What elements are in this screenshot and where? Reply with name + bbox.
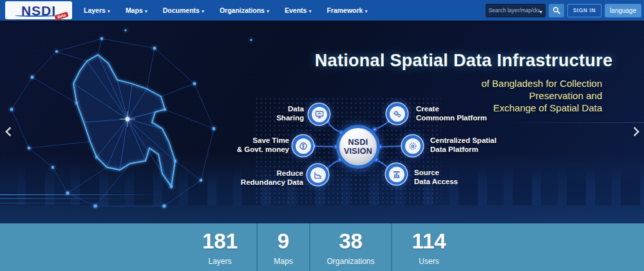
sign-in-button[interactable]: SIGN IN	[567, 4, 601, 17]
menu-label: Organizations	[220, 6, 265, 14]
vision-label-data-sharing: Data Sharing	[227, 105, 304, 122]
chevron-down-icon	[308, 6, 311, 14]
carousel-prev-button[interactable]	[1, 118, 18, 144]
database-building-icon	[392, 170, 401, 179]
chevron-down-icon	[108, 6, 110, 14]
search-input[interactable]	[489, 7, 540, 14]
hero-banner: National Spatial Data Infrastructure of …	[0, 21, 644, 223]
search-button[interactable]	[549, 4, 564, 17]
stat-value: 181	[202, 230, 238, 252]
menu-item-layers[interactable]: Layers	[84, 6, 110, 14]
gears-icon	[393, 109, 402, 118]
menu-item-documents[interactable]: Documents	[163, 6, 204, 14]
vision-center-line1: NSDI	[348, 138, 368, 147]
vision-label-reduce-redundancy: Reduce Redundancy Data	[220, 169, 303, 187]
monitor-share-icon	[315, 110, 324, 119]
carousel-next-button[interactable]	[626, 118, 643, 144]
stat-maps: 9 Maps	[258, 223, 309, 271]
chevron-left-icon	[5, 126, 15, 136]
stat-organizations: 38 Organizations	[310, 223, 391, 271]
stat-label: Users	[419, 257, 439, 266]
navbar: NSDI Beta Layers Maps Documents Organiza…	[0, 0, 644, 21]
stats-row: 181 Layers 9 Maps 38 Organizations 114 U…	[184, 223, 466, 271]
coin-icon	[299, 142, 308, 151]
stat-label: Organizations	[327, 257, 374, 266]
chevron-down-icon	[145, 6, 147, 14]
menu-item-framework[interactable]: Framework	[327, 6, 367, 14]
main-menu: Layers Maps Documents Organizations Even…	[84, 0, 367, 21]
vision-center: NSDI VISION	[336, 125, 380, 169]
stat-value: 38	[339, 230, 363, 252]
chart-down-icon	[314, 171, 323, 180]
vision-label-create-platform: Create Commomn Platform	[416, 105, 487, 122]
vision-node-create-platform	[386, 103, 408, 124]
language-button[interactable]: language	[605, 4, 641, 17]
menu-label: Maps	[126, 6, 143, 14]
chevron-right-icon	[629, 126, 639, 136]
stat-label: Layers	[208, 257, 231, 266]
chevron-down-icon	[267, 6, 269, 14]
beta-badge: Beta	[54, 12, 68, 21]
vision-label-save-time: Save Time & Govt. money	[205, 136, 289, 154]
menu-item-maps[interactable]: Maps	[126, 6, 147, 14]
menu-item-organizations[interactable]: Organizations	[220, 6, 269, 14]
navbar-actions: SIGN IN language	[486, 0, 641, 21]
vision-label-source-data: Source Data Access	[414, 169, 458, 186]
vision-label-centralized-platform: Centralized Spatial Data Platform	[430, 136, 497, 154]
vision-node-save-time	[292, 135, 314, 156]
stat-users: 114 Users	[392, 223, 466, 271]
stat-value: 114	[412, 230, 446, 252]
menu-label: Layers	[84, 6, 106, 14]
search-box	[486, 4, 545, 17]
chevron-down-icon	[202, 6, 204, 14]
vision-node-data-sharing	[308, 104, 330, 125]
vision-node-source-data	[386, 164, 407, 185]
globe-gear-icon	[408, 142, 417, 151]
search-icon	[553, 6, 560, 14]
stats-bar: 181 Layers 9 Maps 38 Organizations 114 U…	[0, 223, 644, 271]
vision-center-line2: VISION	[344, 147, 372, 156]
menu-item-events[interactable]: Events	[285, 6, 311, 14]
search-dropdown-chevron-icon[interactable]	[540, 5, 542, 16]
vision-node-reduce-redundancy	[307, 164, 328, 185]
stat-label: Maps	[274, 257, 292, 266]
menu-label: Events	[285, 6, 307, 14]
menu-label: Framework	[327, 6, 363, 14]
vision-node-centralized-platform	[402, 135, 423, 156]
brand-logo[interactable]: NSDI Beta	[5, 1, 72, 19]
stat-layers: 181 Layers	[184, 223, 256, 271]
chevron-down-icon	[365, 6, 367, 14]
stat-value: 9	[278, 230, 289, 252]
menu-label: Documents	[163, 6, 200, 14]
